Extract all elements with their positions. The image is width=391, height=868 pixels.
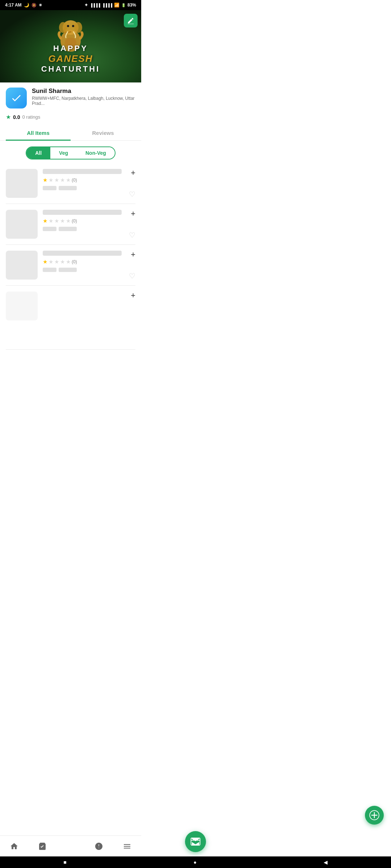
wishlist-button[interactable]: ♡ [129, 190, 135, 199]
edit-button[interactable] [124, 14, 138, 27]
wishlist-button[interactable]: ♡ [129, 272, 135, 280]
hero-line1: HAPPY [0, 44, 141, 53]
item-details: ★ ★ ★ ★ ★ (0) [43, 169, 135, 190]
add-item-button[interactable]: + [131, 209, 135, 218]
item-details: ★ ★ ★ ★ ★ (0) [43, 210, 135, 231]
star4: ★ [60, 177, 65, 183]
hero-line3: CHATURTHI [0, 64, 141, 74]
svg-point-4 [67, 25, 69, 27]
add-item-button[interactable]: + [131, 168, 135, 178]
star5: ★ [66, 259, 71, 265]
list-item: ★ ★ ★ ★ ★ (0) + ♡ [6, 245, 135, 286]
filter-row: All Veg Non-Veg [0, 141, 141, 163]
star-icon: ★ [6, 114, 11, 120]
item-rating: ★ ★ ★ ★ ★ (0) [43, 218, 135, 224]
add-item-button[interactable]: + [131, 250, 135, 259]
tab-reviews[interactable]: Reviews [71, 125, 135, 141]
svg-point-2 [59, 22, 67, 33]
item-details: ★ ★ ★ ★ ★ (0) [43, 251, 135, 272]
list-item: ★ ★ ★ ★ ★ (0) + ♡ [6, 204, 135, 245]
items-list: ★ ★ ★ ★ ★ (0) + ♡ ★ ★ ★ ★ ★ [0, 163, 141, 350]
item-image [6, 169, 38, 198]
star2: ★ [49, 177, 53, 183]
signal2-icon: ▐▐▐▐ [102, 3, 112, 7]
bluetooth-icon: ✦ [84, 3, 88, 8]
item-name-placeholder [43, 169, 122, 174]
mute-icon: 🔕 [31, 3, 37, 8]
rating-count: (0) [72, 218, 77, 224]
rating-count: 0 ratings [22, 114, 40, 120]
tabs: All Items Reviews [0, 125, 141, 141]
hero-text: HAPPY GANESH CHATURTHI [0, 44, 141, 74]
item-rating: ★ ★ ★ ★ ★ (0) [43, 177, 135, 183]
rating-value: 0.0 [13, 114, 20, 120]
star1: ★ [43, 218, 47, 224]
star5: ★ [66, 177, 71, 183]
profile-section: Sunil Sharma RWWW+MFC, Narpatkhera, Lalb… [0, 82, 141, 111]
star3: ★ [54, 177, 59, 183]
moon-icon: 🌙 [24, 3, 29, 8]
profile-info: Sunil Sharma RWWW+MFC, Narpatkhera, Lalb… [32, 88, 135, 106]
time: 4:17 AM [5, 3, 22, 8]
list-item: ★ ★ ★ ★ ★ (0) + ♡ [6, 163, 135, 204]
rating-row: ★ 0.0 0 ratings [0, 111, 141, 125]
star4: ★ [60, 259, 65, 265]
profile-name: Sunil Sharma [32, 88, 135, 95]
signal-icon: ▐▐▐▐ [90, 3, 100, 7]
rating-count: (0) [72, 259, 77, 264]
rating-count: (0) [72, 178, 77, 183]
item-price-placeholder [43, 186, 135, 190]
filter-all[interactable]: All [26, 147, 50, 159]
add-item-button[interactable]: + [131, 291, 135, 300]
star2: ★ [49, 218, 53, 224]
hero-line2: GANESH [0, 53, 141, 64]
star1: ★ [43, 177, 47, 183]
wifi-icon: 📶 [114, 3, 119, 8]
star4: ★ [60, 218, 65, 224]
star3: ★ [54, 259, 59, 265]
svg-point-3 [74, 22, 82, 33]
filter-group: All Veg Non-Veg [26, 146, 115, 159]
item-rating: ★ ★ ★ ★ ★ (0) [43, 259, 135, 265]
item-image [6, 292, 38, 320]
star5: ★ [66, 218, 71, 224]
status-bar: 4:17 AM 🌙 🔕 ✳ ✦ ▐▐▐▐ ▐▐▐▐ 📶 🔋 83% [0, 0, 141, 10]
avatar [6, 88, 27, 109]
item-price-placeholder [43, 227, 135, 231]
list-item: + [6, 286, 135, 350]
item-name-placeholder [43, 210, 122, 215]
wishlist-button[interactable]: ♡ [129, 231, 135, 239]
battery-percent: 83% [127, 3, 136, 8]
profile-address: RWWW+MFC, Narpatkhera, Lalbagh, Lucknow,… [32, 96, 135, 106]
item-name-placeholder [43, 251, 122, 256]
star1: ★ [43, 259, 47, 265]
item-image [6, 251, 38, 280]
filter-non-veg[interactable]: Non-Veg [77, 147, 115, 159]
tab-all-items[interactable]: All Items [6, 125, 71, 141]
wind-icon: ✳ [39, 3, 42, 8]
filter-veg[interactable]: Veg [50, 147, 77, 159]
svg-point-5 [72, 25, 74, 27]
item-image [6, 210, 38, 239]
star3: ★ [54, 218, 59, 224]
hero-banner: HAPPY GANESH CHATURTHI [0, 10, 141, 82]
status-right: ✦ ▐▐▐▐ ▐▐▐▐ 📶 🔋 83% [84, 3, 136, 8]
star2: ★ [49, 259, 53, 265]
status-left: 4:17 AM 🌙 🔕 ✳ [5, 3, 42, 8]
battery-icon: 🔋 [121, 3, 126, 7]
item-price-placeholder [43, 268, 135, 272]
